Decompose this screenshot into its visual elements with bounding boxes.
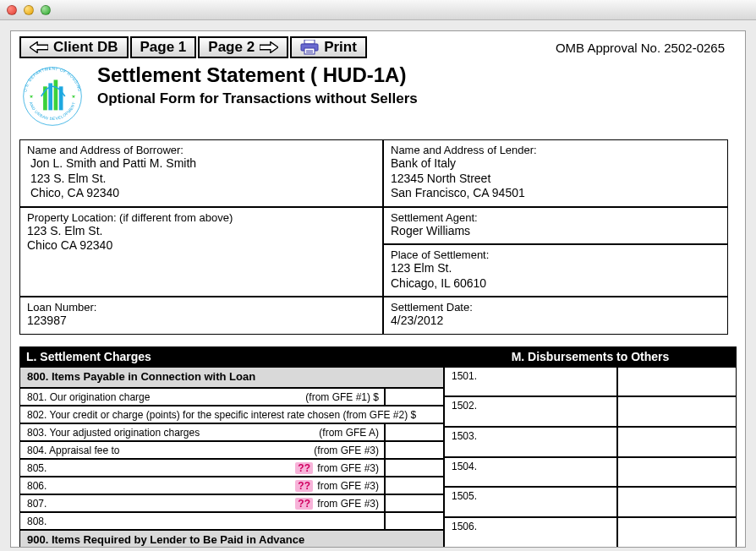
disb-1501-amt[interactable] bbox=[617, 367, 737, 397]
svg-marker-8 bbox=[30, 95, 34, 98]
hint-icon: ?? bbox=[295, 480, 313, 492]
row-803-text: 803. Your adjusted origination charges bbox=[27, 427, 200, 439]
loan-label: Loan Number: bbox=[27, 301, 375, 314]
hud-seal-icon: U.S. DEPARTMENT OF HOUSING AND URBAN DEV… bbox=[19, 63, 85, 129]
section-m-header: M. Disbursements to Others bbox=[444, 346, 737, 367]
row-806: 806.?? from GFE #3) bbox=[19, 477, 385, 494]
row-802-text: 802. Your credit or charge (points) for … bbox=[27, 409, 416, 421]
sdate-value: 4/23/2012 bbox=[391, 314, 720, 329]
disb-1503-amt[interactable] bbox=[617, 427, 737, 457]
property-line1: 123 S. Elm St. bbox=[27, 224, 375, 239]
zoom-icon[interactable] bbox=[41, 5, 51, 15]
borrower-line2: 123 S. Elm St. bbox=[30, 172, 375, 187]
hint-icon: ?? bbox=[295, 498, 313, 510]
row-801-tail: (from GFE #1) $ bbox=[305, 391, 379, 403]
document-titles: Settlement Statement ( HUD-1A) Optional … bbox=[97, 63, 418, 107]
arrow-left-icon bbox=[30, 41, 48, 53]
printer-icon bbox=[300, 40, 319, 55]
info-grid: Name and Address of Borrower: Jon L. Smi… bbox=[19, 139, 737, 335]
settlement-date-cell: Settlement Date: 4/23/2012 bbox=[383, 297, 728, 335]
settlement-charges-col: L. Settlement Charges 800. Items Payable… bbox=[19, 346, 444, 548]
section-900-header: 900. Items Required by Lender to Be Paid… bbox=[19, 530, 444, 548]
close-icon[interactable] bbox=[7, 5, 17, 15]
page2-button[interactable]: Page 2 bbox=[198, 36, 288, 58]
row-808-amount[interactable] bbox=[385, 512, 444, 530]
lender-label: Name and Address of Lender: bbox=[391, 144, 720, 156]
page1-label: Page 1 bbox=[140, 39, 187, 56]
document-page: Client DB Page 1 Page 2 Print OMB Approv… bbox=[10, 30, 746, 548]
disb-1504[interactable]: 1504. bbox=[444, 457, 617, 488]
disb-1505[interactable]: 1505. bbox=[444, 487, 617, 517]
section-l-header: L. Settlement Charges bbox=[19, 346, 444, 367]
row-807-text: 807. bbox=[27, 498, 47, 510]
print-label: Print bbox=[324, 39, 357, 56]
row-804-text: 804. Appraisal fee to bbox=[27, 445, 119, 456]
row-806-amount[interactable] bbox=[385, 477, 444, 494]
disb-1502-amt[interactable] bbox=[617, 396, 737, 427]
disb-1506[interactable]: 1506. bbox=[444, 517, 617, 548]
client-db-label: Client DB bbox=[53, 39, 118, 56]
svg-marker-9 bbox=[72, 95, 76, 98]
row-801-amount[interactable] bbox=[385, 388, 444, 406]
row-805: 805.?? from GFE #3) bbox=[19, 459, 385, 477]
row-807-tail: ?? from GFE #3) bbox=[295, 498, 379, 510]
row-804-amount[interactable] bbox=[385, 441, 444, 459]
page1-button[interactable]: Page 1 bbox=[130, 36, 197, 58]
row-804-tail: (from GFE #3) bbox=[314, 445, 379, 456]
omb-approval: OMB Approval No. 2502-0265 bbox=[556, 41, 737, 55]
sdate-label: Settlement Date: bbox=[391, 301, 720, 314]
row-805-amount[interactable] bbox=[385, 459, 444, 477]
minimize-icon[interactable] bbox=[24, 5, 34, 15]
lender-line1: Bank of Italy bbox=[391, 156, 720, 172]
borrower-line1: Jon L. Smith and Patti M. Smith bbox=[30, 156, 375, 172]
disb-1504-amt[interactable] bbox=[617, 457, 737, 488]
row-807: 807.?? from GFE #3) bbox=[19, 494, 385, 512]
property-line2: Chico CA 92340 bbox=[27, 238, 375, 254]
page-subtitle: Optional Form for Transactions without S… bbox=[97, 90, 418, 107]
document-header: U.S. DEPARTMENT OF HOUSING AND URBAN DEV… bbox=[19, 63, 737, 129]
disb-1501[interactable]: 1501. bbox=[444, 367, 617, 397]
toolbar: Client DB Page 1 Page 2 Print OMB Approv… bbox=[19, 36, 737, 58]
row-801-text: 801. Our origination charge bbox=[27, 391, 150, 403]
row-807-amount[interactable] bbox=[385, 494, 444, 512]
svg-rect-0 bbox=[304, 40, 315, 44]
row-806-text: 806. bbox=[27, 480, 47, 492]
svg-rect-12 bbox=[54, 80, 58, 111]
disb-1503[interactable]: 1503. bbox=[444, 427, 617, 457]
disb-1502[interactable]: 1502. bbox=[444, 396, 617, 427]
disbursements-col: M. Disbursements to Others 1501. 1502. 1… bbox=[444, 346, 737, 548]
disb-1506-amt[interactable] bbox=[617, 517, 737, 548]
row-803-tail: (from GFE A) bbox=[319, 427, 379, 439]
agent-label: Settlement Agent: bbox=[391, 211, 720, 224]
borrower-line3: Chico, CA 92340 bbox=[30, 186, 375, 201]
row-805-text: 805. bbox=[27, 462, 47, 474]
section-800-header: 800. Items Payable in Connection with Lo… bbox=[19, 367, 444, 388]
agent-name: Roger Williams bbox=[391, 224, 720, 239]
property-cell: Property Location: (if different from ab… bbox=[19, 207, 383, 297]
place-line1: 123 Elm St. bbox=[391, 261, 720, 276]
lender-line3: San Francisco, CA 94501 bbox=[391, 186, 720, 201]
lender-cell: Name and Address of Lender: Bank of Ital… bbox=[383, 139, 728, 207]
row-801: 801. Our origination charge(from GFE #1)… bbox=[19, 388, 385, 406]
row-805-tail: ?? from GFE #3) bbox=[295, 462, 379, 474]
charges-section: L. Settlement Charges 800. Items Payable… bbox=[19, 346, 737, 548]
row-803-amount[interactable] bbox=[385, 423, 444, 441]
row-802: 802. Your credit or charge (points) for … bbox=[19, 406, 444, 423]
row-806-tail: ?? from GFE #3) bbox=[295, 480, 379, 492]
property-label: Property Location: (if different from ab… bbox=[27, 211, 375, 224]
place-line2: Chicago, IL 60610 bbox=[391, 276, 720, 292]
arrow-right-icon bbox=[260, 41, 278, 53]
print-button[interactable]: Print bbox=[290, 36, 367, 58]
place-label: Place of Settlement: bbox=[391, 248, 720, 261]
lender-line2: 12345 North Street bbox=[391, 172, 720, 187]
row-808: 808. bbox=[19, 512, 385, 530]
borrower-label: Name and Address of Borrower: bbox=[27, 144, 375, 156]
window-titlebar bbox=[0, 0, 756, 20]
page-title: Settlement Statement ( HUD-1A) bbox=[97, 63, 418, 87]
hint-icon: ?? bbox=[295, 462, 313, 474]
place-cell: Place of Settlement: 123 Elm St. Chicago… bbox=[383, 244, 728, 297]
borrower-cell: Name and Address of Borrower: Jon L. Smi… bbox=[19, 139, 383, 207]
disb-1505-amt[interactable] bbox=[617, 487, 737, 517]
client-db-button[interactable]: Client DB bbox=[19, 36, 129, 58]
page2-label: Page 2 bbox=[208, 39, 255, 56]
